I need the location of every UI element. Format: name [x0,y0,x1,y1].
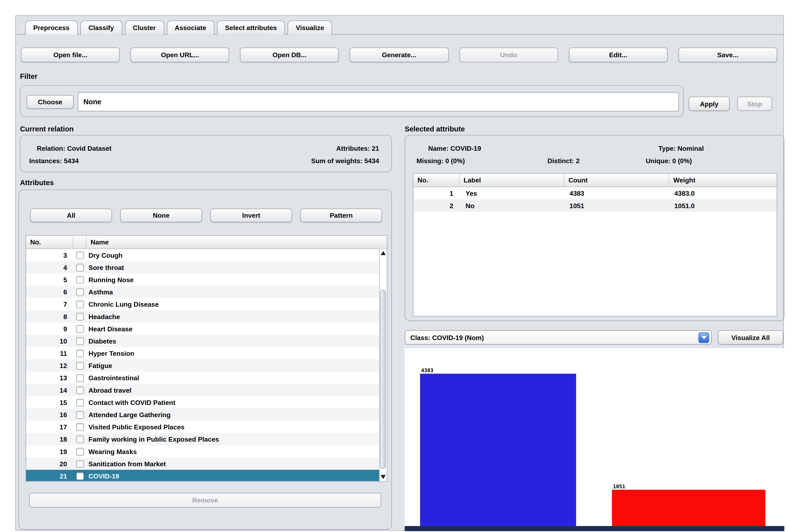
column-no: No. [26,236,73,249]
label-count-row[interactable]: 1 Yes 4383 4383.0 [413,187,777,199]
edit-button[interactable]: Edit... [569,48,667,62]
bar-yes-value-label: 4383 [421,367,433,373]
none-button[interactable]: None [120,209,202,223]
attribute-checkbox[interactable] [76,423,84,431]
attribute-checkbox[interactable] [76,386,84,394]
scroll-down-icon[interactable] [381,475,386,479]
attribute-checkbox[interactable] [76,300,84,308]
attribute-row[interactable]: 10 Diabetes [26,335,379,347]
apply-filter-button[interactable]: Apply [689,97,730,111]
tab-preprocess[interactable]: Preprocess [25,20,78,35]
attribute-row[interactable]: 11 Hyper Tension [26,347,379,359]
attribute-row[interactable]: 19 Wearing Masks [26,445,379,458]
attribute-row[interactable]: 5 Running Nose [26,273,379,286]
open-db-button[interactable]: Open DB... [240,48,339,62]
attribute-row[interactable]: 3 Dry Cough [26,249,379,261]
value-count: 4383 [565,190,669,197]
select-button-label: Invert [242,212,260,220]
attribute-row[interactable]: 21 COVID-19 [26,470,379,481]
attribute-checkbox[interactable] [76,337,84,345]
tab-associate[interactable]: Associate [167,20,214,35]
pattern-button[interactable]: Pattern [300,209,382,223]
unique-stat: Unique: 0 (0%) [646,157,692,165]
attribute-checkbox[interactable] [76,362,84,369]
stop-filter-button[interactable]: Stop [737,97,772,111]
class-selector-combo[interactable]: Class: COVID-19 (Nom) [405,330,712,345]
attribute-checkbox[interactable] [76,264,84,271]
bar-no-value-label: 1051 [613,484,625,489]
attribute-number: 18 [26,435,73,443]
visualize-all-button[interactable]: Visualize All [718,330,783,345]
scroll-up-icon[interactable] [381,251,386,255]
attribute-name: Diabetes [87,337,379,345]
column-count: Count [565,174,669,187]
attribute-checkbox[interactable] [76,251,84,259]
column-checkbox [73,236,87,249]
attribute-checkbox[interactable] [76,398,84,406]
attribute-name: Visited Public Exposed Places [87,423,379,431]
tab-cluster[interactable]: Cluster [125,20,164,35]
toolbar-button-label: Edit... [609,51,627,59]
column-label: Label [459,174,564,187]
attribute-checkbox[interactable] [76,472,84,480]
attribute-checkbox[interactable] [76,460,84,468]
attribute-row[interactable]: 4 Sore throat [26,261,379,273]
label-count-row[interactable]: 2 No 1051 1051.0 [413,200,777,212]
attribute-checkbox[interactable] [76,411,84,418]
attribute-row[interactable]: 14 Abroad travel [26,384,379,396]
attribute-name: Dry Cough [87,251,379,259]
attribute-checkbox[interactable] [76,288,84,296]
choose-filter-button[interactable]: Choose [26,95,74,109]
scrollbar-thumb[interactable] [380,290,386,469]
attribute-checkbox[interactable] [76,448,84,455]
bar-no-rect [612,490,766,526]
save-button[interactable]: Save... [678,48,777,62]
current-relation-groupbox: Relation: Covid Dataset Attributes: 21 I… [20,135,392,172]
attribute-rows: 3 Dry Cough 4 [26,249,379,481]
attribute-checkbox[interactable] [76,325,84,332]
attribute-row[interactable]: 20 Sanitization from Market [26,458,379,470]
attribute-name: Sore throat [87,264,379,271]
attribute-row[interactable]: 13 Gastrointestinal [26,372,379,384]
open-url-button[interactable]: Open URL... [130,48,229,62]
attribute-row[interactable]: 18 Family working in Public Exposed Plac… [26,433,379,445]
all-button[interactable]: All [30,209,112,223]
toolbar-button-label: Undo [500,51,517,59]
attribute-checkbox[interactable] [76,312,84,320]
column-no: No. [413,174,459,187]
attribute-number: 10 [26,337,73,345]
tab-visualize[interactable]: Visualize [288,20,332,35]
attributes-scrollbar[interactable] [379,249,387,481]
value-count: 1051 [565,202,669,209]
combo-dropdown-box[interactable] [698,332,709,343]
attribute-row[interactable]: 6 Asthma [26,286,379,298]
value-weight: 4383.0 [669,190,777,197]
attribute-row[interactable]: 15 Contact with COVID Patient [26,396,379,408]
attribute-row[interactable]: 16 Attended Large Gathering [26,408,379,421]
choose-filter-label: Choose [38,98,62,106]
filter-field[interactable]: None [78,92,679,112]
tab-select-attributes[interactable]: Select attributes [217,20,285,35]
attribute-checkbox[interactable] [76,374,84,382]
value-number: 1 [413,190,459,197]
tab-label: Visualize [296,24,324,32]
attribute-checkbox[interactable] [76,349,84,357]
attribute-row[interactable]: 7 Chronic Lung Disease [26,298,379,310]
weka-explorer-window: Preprocess Classify Cluster Associate Se… [0,0,791,532]
attribute-number: 19 [26,448,73,455]
tab-classify[interactable]: Classify [80,20,122,35]
open-file-button[interactable]: Open file... [21,48,120,62]
attribute-checkbox[interactable] [76,435,84,443]
attribute-row[interactable]: 8 Headache [26,310,379,323]
undo-button[interactable]: Undo [459,48,558,62]
attribute-row[interactable]: 9 Heart Disease [26,323,379,335]
attribute-number: 4 [26,264,73,271]
attribute-row[interactable]: 12 Fatigue [26,359,379,372]
attribute-number: 17 [26,423,73,431]
attributes-table: No. Name 3 Dry Cough [25,235,387,481]
generate-button[interactable]: Generate... [350,48,448,62]
attribute-checkbox[interactable] [76,276,84,283]
attribute-row[interactable]: 17 Visited Public Exposed Places [26,421,379,433]
remove-button[interactable]: Remove [29,493,381,508]
invert-button[interactable]: Invert [210,209,292,223]
